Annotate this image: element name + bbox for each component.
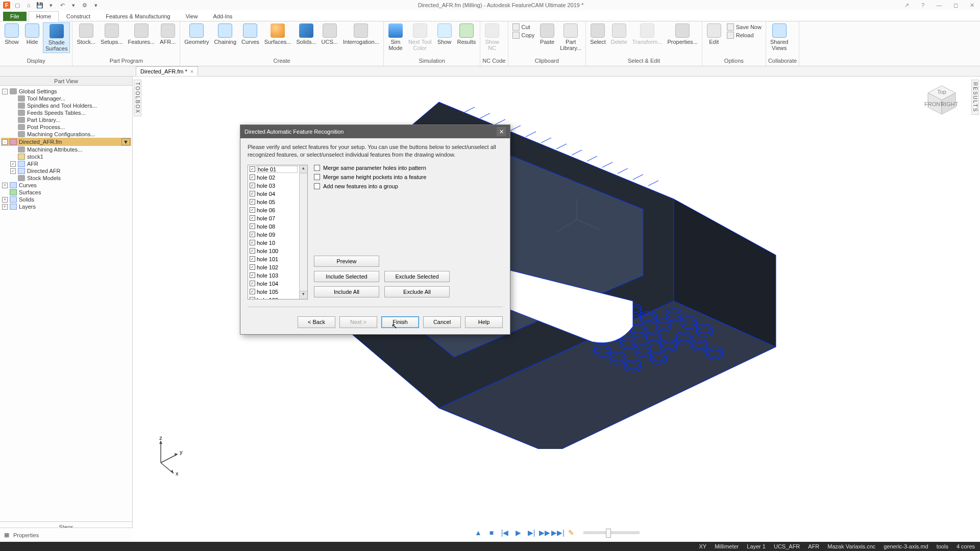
status-item[interactable]: Layer 1 (747, 543, 766, 549)
expand-icon[interactable]: - (2, 89, 8, 94)
feature-item[interactable]: ✓hole 102 (248, 263, 299, 271)
properties-row[interactable]: ▦ Properties (0, 528, 133, 542)
status-item[interactable]: generic-3-axis.md (884, 543, 928, 549)
dialog-titlebar[interactable]: Directed Automatic Feature Recognition ✕ (240, 125, 510, 138)
select-button[interactable]: Select (588, 22, 608, 46)
step-fwd-icon[interactable]: ▶| (526, 528, 536, 538)
tree-item-afr[interactable]: ✓AFR (1, 160, 131, 167)
shared-button[interactable]: SharedViews (768, 22, 790, 52)
tab-file[interactable]: File (3, 12, 27, 21)
checkbox-icon[interactable]: ✓ (10, 161, 16, 167)
cut-icon[interactable]: Cut (512, 23, 535, 31)
document-tab[interactable]: Directed_AFR.fm * × (136, 66, 198, 76)
checkbox-icon[interactable]: ✓ (250, 264, 255, 270)
setups--button[interactable]: Setups... (99, 22, 125, 46)
eject-icon[interactable]: ▲ (473, 528, 483, 538)
tree-item-machining-attributes-[interactable]: Machining Attributes... (1, 146, 131, 153)
stock--button[interactable]: Stock... (75, 22, 97, 46)
tab-home[interactable]: Home (29, 11, 59, 21)
tab-view[interactable]: View (178, 11, 206, 21)
view-cube[interactable]: Top FRONT RIGHT (924, 83, 960, 118)
scroll-up-icon[interactable]: ▴ (300, 165, 307, 173)
feature-item[interactable]: ✓hole 100 (248, 247, 299, 255)
scroll-down-icon[interactable]: ▾ (300, 291, 307, 299)
feature-item[interactable]: ✓hole 04 (248, 190, 299, 198)
dropdown-icon[interactable]: ▾ (47, 2, 55, 9)
include-selected-button[interactable]: Include Selected (314, 271, 379, 282)
feature-item[interactable]: ✓hole 06 (248, 206, 299, 214)
include-all-button[interactable]: Include All (314, 286, 379, 297)
status-item[interactable]: 4 cores (957, 543, 975, 549)
feature-item[interactable]: ✓hole 10 (248, 239, 299, 247)
option-add-group[interactable]: Add new features into a group (314, 183, 503, 189)
checkbox-icon[interactable]: ✓ (250, 223, 255, 229)
ucs--button[interactable]: UCS... (320, 22, 340, 46)
close-icon[interactable]: ✕ (967, 2, 977, 9)
tree-item-tool-manager-[interactable]: Tool Manager... (1, 95, 131, 102)
tree-item-global-settings[interactable]: -Global Settings (1, 88, 131, 95)
dropdown-icon[interactable]: ▾ (92, 2, 100, 9)
dropdown-icon[interactable]: ▾ (69, 2, 78, 9)
feature-item[interactable]: ✓hole 05 (248, 198, 299, 206)
save-icon[interactable]: 💾 (36, 2, 44, 9)
checkbox-icon[interactable] (314, 165, 320, 171)
pencil-icon[interactable]: ✎ (566, 528, 576, 538)
end-icon[interactable]: ▶▶| (553, 528, 563, 538)
tree-item-spindles-and-tool-holders-[interactable]: Spindles and Tool Holders... (1, 102, 131, 109)
checkbox-icon[interactable]: ✓ (250, 248, 255, 254)
afr--button[interactable]: AFR... (158, 22, 178, 46)
checkbox-icon[interactable] (314, 174, 320, 180)
paste-button[interactable]: Paste (537, 22, 557, 46)
exclude-all-button[interactable]: Exclude All (384, 286, 450, 297)
expand-icon[interactable]: - (2, 139, 8, 145)
tree-item-directed-afr-fm[interactable]: -Directed_AFR.fm▼ (1, 138, 131, 146)
option-merge-holes[interactable]: Merge same parameter holes into pattern (314, 165, 503, 171)
feature-item[interactable]: ✓hole 101 (248, 255, 299, 263)
tab-features-manufacturing[interactable]: Features & Manufacturing (98, 11, 178, 21)
open-icon[interactable]: ⌂ (24, 2, 33, 9)
scrollbar[interactable]: ▴ ▾ (299, 165, 307, 299)
geometry-button[interactable]: Geometry (182, 22, 211, 46)
tree-item-layers[interactable]: +Layers (1, 203, 131, 210)
feature-item[interactable]: ✓hole 02 (248, 173, 299, 182)
tree-item-stock-models[interactable]: Stock Models (1, 174, 131, 182)
exclude-selected-button[interactable]: Exclude Selected (384, 271, 450, 282)
toolbox-tab[interactable]: TOOLBOX (134, 80, 141, 116)
features--button[interactable]: Features... (126, 22, 157, 46)
interrogation--button[interactable]: Interrogation... (341, 22, 381, 46)
checkbox-icon[interactable]: ✓ (250, 281, 255, 286)
status-item[interactable]: Millimeter (715, 543, 739, 549)
show-button[interactable]: Show (435, 22, 454, 46)
tree-item-solids[interactable]: +Solids (1, 196, 131, 203)
part-view-tree[interactable]: -Global SettingsTool Manager...Spindles … (0, 86, 132, 521)
chaining-button[interactable]: Chaining (212, 22, 238, 46)
tree-item-surfaces[interactable]: Surfaces (1, 189, 131, 196)
checkbox-icon[interactable] (314, 183, 320, 189)
tab-add-ins[interactable]: Add-Ins (205, 11, 240, 21)
part-button[interactable]: PartLibrary... (558, 22, 583, 52)
status-item[interactable]: XY (699, 543, 707, 549)
feature-item[interactable]: ✓hole 106 (248, 296, 299, 299)
checkbox-icon[interactable]: ✓ (250, 174, 255, 180)
tab-construct[interactable]: Construct (59, 11, 98, 21)
tree-item-curves[interactable]: +Curves (1, 182, 131, 189)
ffwd-icon[interactable]: ▶▶ (540, 528, 550, 538)
feature-item[interactable]: ✓hole 03 (248, 182, 299, 190)
help-button[interactable]: Help (465, 316, 503, 328)
tree-item-post-process-[interactable]: Post Process... (1, 123, 131, 131)
undo-icon[interactable]: ↶ (58, 2, 66, 9)
feature-item[interactable]: ✓hole 01 (248, 165, 299, 173)
expand-icon[interactable]: + (2, 204, 8, 210)
checkbox-icon[interactable]: ✓ (250, 297, 255, 299)
copy-icon[interactable]: Copy (512, 32, 535, 39)
feature-item[interactable]: ✓hole 09 (248, 231, 299, 239)
preview-button[interactable]: Preview (314, 256, 379, 267)
curves-button[interactable]: Curves (239, 22, 261, 46)
checkbox-icon[interactable]: ✓ (250, 289, 255, 294)
edit-button[interactable]: Edit (704, 22, 724, 46)
back-button[interactable]: < Back (298, 316, 335, 328)
tree-item-directed-afr[interactable]: ✓Directed AFR (1, 167, 131, 174)
status-item[interactable]: tools (937, 543, 948, 549)
checkbox-icon[interactable]: ✓ (250, 207, 255, 213)
checkbox-icon[interactable]: ✓ (250, 215, 255, 221)
